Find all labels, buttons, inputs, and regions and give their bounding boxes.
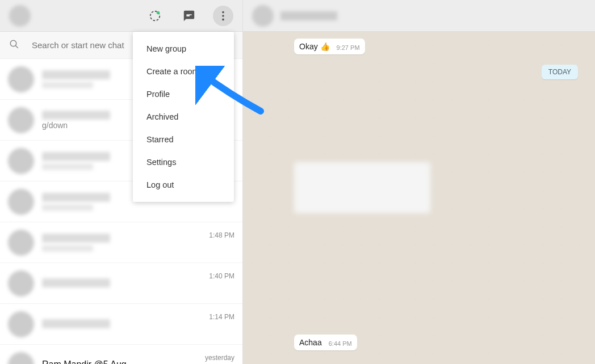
chat-avatar <box>8 148 34 174</box>
menu-item-create-room[interactable]: Create a room <box>133 60 234 83</box>
conversation-header[interactable] <box>243 0 595 32</box>
sidebar-header-actions <box>145 6 233 26</box>
contact-avatar[interactable] <box>252 5 274 27</box>
user-avatar[interactable] <box>9 5 31 27</box>
menu-item-archived[interactable]: Archived <box>133 105 234 128</box>
search-icon <box>9 39 19 52</box>
message-text: Achaa <box>299 338 322 347</box>
menu-item-logout[interactable]: Log out <box>133 173 234 196</box>
chat-item-name: Ram Mandir @5 Aug <box>42 359 200 365</box>
message-text: Okay 👍 <box>299 42 330 51</box>
chat-avatar <box>8 270 34 297</box>
new-chat-icon[interactable] <box>179 6 199 26</box>
chat-item-name <box>42 193 110 202</box>
chat-item-time: 1:48 PM <box>209 231 234 239</box>
chat-item-preview <box>42 245 93 252</box>
message-time: 6:44 PM <box>329 340 352 347</box>
chat-item-time: 1:40 PM <box>209 272 234 280</box>
chat-item-name <box>42 319 110 328</box>
menu-item-new-group[interactable]: New group <box>133 37 234 60</box>
sidebar: g/down 1:48 PM <box>0 0 243 364</box>
message-bubble[interactable]: Achaa 6:44 PM <box>294 335 357 350</box>
menu-item-settings[interactable]: Settings <box>133 151 234 173</box>
chat-item-name <box>42 152 110 161</box>
chat-item[interactable]: Ram Mandir @5 Aug yesterday <box>0 345 242 364</box>
chat-item-preview <box>42 204 93 211</box>
date-separator: TODAY <box>542 65 578 79</box>
svg-point-3 <box>222 15 224 17</box>
chat-avatar <box>8 311 34 337</box>
svg-line-6 <box>15 45 18 48</box>
chat-avatar <box>8 352 34 365</box>
menu-item-profile[interactable]: Profile <box>133 83 234 105</box>
sidebar-header <box>0 0 242 32</box>
chat-item-time: yesterday <box>205 354 234 362</box>
conversation-panel: Okay 👍 9:27 PM TODAY Achaa 6:44 PM <box>243 0 595 364</box>
chat-item-name <box>42 234 110 243</box>
menu-popup: New group Create a room Profile Archived… <box>133 32 234 202</box>
status-icon[interactable] <box>145 6 165 26</box>
chat-item-preview <box>42 82 93 88</box>
chat-item-preview <box>42 163 93 170</box>
menu-icon[interactable] <box>213 6 233 26</box>
chat-avatar <box>8 189 34 215</box>
chat-item[interactable]: 1:14 PM <box>0 304 242 345</box>
svg-point-4 <box>222 18 224 20</box>
message-bubble[interactable]: Okay 👍 9:27 PM <box>294 39 365 54</box>
message-time: 9:27 PM <box>337 44 360 51</box>
chat-avatar <box>8 66 34 92</box>
menu-item-starred[interactable]: Starred <box>133 128 234 151</box>
chat-item-name <box>42 111 110 120</box>
chat-item-name <box>42 278 110 287</box>
svg-point-1 <box>157 11 160 14</box>
chat-avatar <box>8 230 34 256</box>
redacted-content <box>294 162 430 213</box>
chat-item[interactable]: 1:40 PM <box>0 263 242 304</box>
svg-point-5 <box>10 40 16 46</box>
contact-name <box>280 11 337 20</box>
chat-avatar <box>8 107 34 133</box>
messages-area[interactable]: Okay 👍 9:27 PM TODAY Achaa 6:44 PM <box>243 32 595 364</box>
chat-item-time: 1:14 PM <box>209 313 234 321</box>
chat-item-name <box>42 70 110 79</box>
chat-item[interactable]: 1:48 PM <box>0 222 242 263</box>
svg-point-2 <box>222 11 224 13</box>
